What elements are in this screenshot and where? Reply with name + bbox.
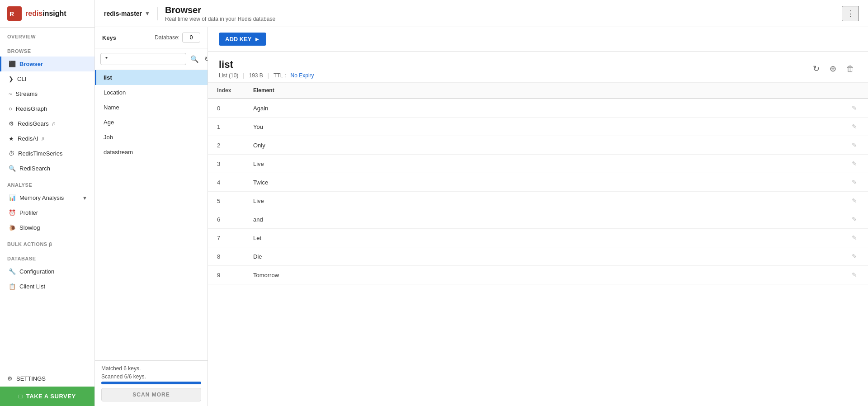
edit-element-button[interactable]: ✎ bbox=[850, 178, 859, 187]
scan-status-scanned: Scanned 6/6 keys. bbox=[101, 373, 201, 380]
keys-search-input[interactable] bbox=[100, 53, 186, 65]
take-survey-button[interactable]: □ TAKE A SURVEY bbox=[0, 387, 94, 406]
edit-element-button[interactable]: ✎ bbox=[850, 252, 859, 261]
key-item-datastream[interactable]: datastream bbox=[95, 145, 208, 160]
sidebar-item-memory-analysis-label: Memory Analysis bbox=[19, 194, 64, 201]
sidebar-item-redisearch[interactable]: 🔍 RediSearch bbox=[0, 161, 94, 176]
edit-element-button[interactable]: ✎ bbox=[850, 141, 859, 150]
memory-analysis-arrow: ▼ bbox=[82, 195, 87, 201]
sidebar-item-browser[interactable]: ⬛ Browser bbox=[0, 57, 94, 71]
memory-analysis-icon: 📊 bbox=[9, 194, 16, 201]
cell-index: 9 bbox=[208, 266, 244, 284]
redisgears-icon: ⚙ bbox=[9, 120, 14, 127]
sidebar-item-client-list[interactable]: 📋 Client List bbox=[0, 279, 94, 294]
sidebar-item-streams-label: Streams bbox=[16, 90, 38, 97]
col-index: Index bbox=[208, 83, 244, 99]
sidebar-bottom: ⚙ SETTINGS □ TAKE A SURVEY bbox=[0, 371, 94, 406]
cell-edit: ✎ bbox=[841, 155, 868, 173]
edit-element-button[interactable]: ✎ bbox=[850, 233, 859, 242]
section-bulk-actions-label: BULK ACTIONS β bbox=[0, 235, 94, 250]
table-row: 2 Only ✎ bbox=[208, 136, 868, 155]
cell-index: 2 bbox=[208, 136, 244, 155]
redisgraph-icon: ○ bbox=[9, 105, 12, 112]
detail-meta: List (10) | 193 B | TTL : No Expiry bbox=[219, 72, 314, 79]
keys-panel: Keys Database: 🔍 ↻ ▽ listLocationNameAge… bbox=[95, 27, 208, 406]
key-item-name[interactable]: Name bbox=[95, 100, 208, 115]
cell-index: 4 bbox=[208, 173, 244, 192]
sidebar-item-cli-label: CLI bbox=[17, 76, 26, 82]
configuration-icon: 🔧 bbox=[9, 268, 16, 275]
edit-element-button[interactable]: ✎ bbox=[850, 215, 859, 224]
database-input[interactable] bbox=[182, 33, 200, 42]
sidebar-item-cli[interactable]: ❯ CLI bbox=[0, 71, 94, 86]
table-row: 6 and ✎ bbox=[208, 210, 868, 229]
profiler-icon: ⏰ bbox=[9, 209, 16, 216]
cell-edit: ✎ bbox=[841, 136, 868, 155]
cell-index: 7 bbox=[208, 229, 244, 247]
sidebar: R redisinsight OVERVIEW BROWSE ⬛ Browser… bbox=[0, 0, 95, 406]
db-selector[interactable]: redis-master ▼ bbox=[104, 10, 150, 17]
sidebar-item-browser-label: Browser bbox=[19, 61, 43, 67]
detail-key-name: list bbox=[219, 59, 314, 71]
edit-element-button[interactable]: ✎ bbox=[850, 196, 859, 205]
key-item-age[interactable]: Age bbox=[95, 115, 208, 130]
sidebar-item-redistimeseries[interactable]: ⏱ RedisTimeSeries bbox=[0, 146, 94, 161]
redisgears-beta-badge: β bbox=[52, 122, 55, 126]
header-divider bbox=[157, 7, 158, 20]
edit-element-button[interactable]: ✎ bbox=[850, 104, 859, 113]
delete-key-button[interactable]: 🗑 bbox=[844, 62, 857, 76]
key-item-location[interactable]: Location bbox=[95, 85, 208, 100]
sidebar-item-profiler-label: Profiler bbox=[19, 209, 38, 216]
col-edit bbox=[841, 83, 868, 99]
edit-element-button[interactable]: ✎ bbox=[850, 270, 859, 279]
settings-item[interactable]: ⚙ SETTINGS bbox=[0, 371, 94, 387]
add-key-button[interactable]: ADD KEY ► bbox=[219, 33, 266, 46]
keys-label: Keys bbox=[102, 34, 116, 41]
meta-sep-1: | bbox=[243, 72, 244, 79]
cell-edit: ✎ bbox=[841, 210, 868, 229]
sidebar-item-configuration-label: Configuration bbox=[19, 268, 54, 275]
keys-list: listLocationNameAgeJobdatastream bbox=[95, 70, 208, 360]
edit-element-button[interactable]: ✎ bbox=[850, 159, 859, 168]
cell-element: Live bbox=[244, 155, 841, 173]
detail-actions: ↻ ⊕ 🗑 bbox=[810, 62, 857, 76]
cell-edit: ✎ bbox=[841, 99, 868, 118]
more-options-button[interactable]: ⋮ bbox=[842, 6, 859, 21]
cell-index: 6 bbox=[208, 210, 244, 229]
sidebar-item-configuration[interactable]: 🔧 Configuration bbox=[0, 264, 94, 279]
refresh-key-button[interactable]: ↻ bbox=[810, 62, 822, 76]
sidebar-item-redisgraph[interactable]: ○ RedisGraph bbox=[0, 101, 94, 116]
table-row: 8 Die ✎ bbox=[208, 247, 868, 266]
search-button[interactable]: 🔍 bbox=[189, 54, 200, 65]
edit-element-button[interactable]: ✎ bbox=[850, 122, 859, 131]
detail-type-count: List (10) bbox=[219, 72, 238, 79]
take-survey-label: TAKE A SURVEY bbox=[26, 393, 76, 400]
key-item-job[interactable]: Job bbox=[95, 130, 208, 145]
scan-more-button[interactable]: SCAN MORE bbox=[101, 388, 201, 401]
sidebar-item-redisgraph-label: RedisGraph bbox=[16, 105, 47, 112]
table-header-row: Index Element bbox=[208, 83, 868, 99]
redisai-icon: ★ bbox=[9, 135, 14, 142]
sidebar-item-redisai[interactable]: ★ RedisAI β bbox=[0, 131, 94, 146]
table-row: 7 Let ✎ bbox=[208, 229, 868, 247]
cell-index: 5 bbox=[208, 192, 244, 210]
cell-edit: ✎ bbox=[841, 118, 868, 136]
svg-text:R: R bbox=[9, 10, 14, 18]
cell-element: Live bbox=[244, 192, 841, 210]
header-title-block: Browser Real time view of data in your R… bbox=[165, 5, 835, 22]
sidebar-item-slowlog-label: Slowlog bbox=[19, 224, 40, 231]
sidebar-item-slowlog[interactable]: 🐌 Slowlog bbox=[0, 220, 94, 235]
survey-icon: □ bbox=[19, 393, 22, 400]
section-browse-label: BROWSE bbox=[0, 42, 94, 57]
sidebar-item-redisgears[interactable]: ⚙ RedisGears β bbox=[0, 116, 94, 131]
sidebar-item-memory-analysis[interactable]: 📊 Memory Analysis ▼ bbox=[0, 190, 94, 205]
key-item-list[interactable]: list bbox=[95, 70, 208, 85]
detail-toolbar: ADD KEY ► bbox=[208, 27, 868, 52]
sidebar-item-profiler[interactable]: ⏰ Profiler bbox=[0, 205, 94, 220]
sidebar-item-streams[interactable]: ~ Streams bbox=[0, 86, 94, 101]
add-element-button[interactable]: ⊕ bbox=[827, 62, 839, 76]
table-row: 0 Again ✎ bbox=[208, 99, 868, 118]
cell-element: Only bbox=[244, 136, 841, 155]
cell-element: Tomorrow bbox=[244, 266, 841, 284]
detail-ttl-value[interactable]: No Expiry bbox=[291, 72, 314, 79]
